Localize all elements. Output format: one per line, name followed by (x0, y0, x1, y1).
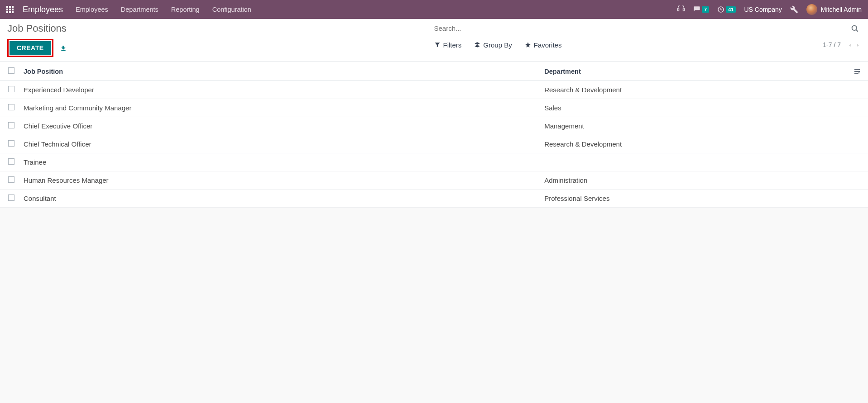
cell-position: Consultant (19, 190, 540, 208)
nav-item-configuration[interactable]: Configuration (212, 6, 251, 13)
activities-icon[interactable]: 41 (717, 6, 736, 13)
row-checkbox[interactable] (8, 176, 14, 183)
filters-button[interactable]: Filters (434, 41, 462, 49)
row-checkbox[interactable] (8, 86, 14, 92)
cell-position: Marketing and Community Manager (19, 99, 540, 117)
table-row[interactable]: ConsultantProfessional Services (0, 190, 868, 208)
avatar (806, 4, 817, 15)
favorites-label: Favorites (534, 41, 562, 49)
cell-department: Research & Development (540, 135, 849, 153)
row-checkbox[interactable] (8, 158, 14, 165)
breadcrumb: Job Positions (7, 23, 434, 34)
messages-badge: 7 (702, 6, 709, 13)
row-checkbox[interactable] (8, 122, 14, 128)
row-checkbox[interactable] (8, 140, 14, 147)
highlight-annotation: CREATE (7, 39, 53, 57)
company-selector[interactable]: US Company (744, 6, 782, 13)
svg-rect-1 (683, 8, 685, 11)
pager-text[interactable]: 1-7 / 7 (823, 41, 841, 48)
search-input[interactable] (434, 23, 849, 34)
nav-item-reporting[interactable]: Reporting (171, 6, 200, 13)
import-button[interactable] (60, 44, 67, 52)
column-header-position[interactable]: Job Position (19, 62, 540, 81)
table-row[interactable]: Marketing and Community ManagerSales (0, 99, 868, 117)
cell-position: Chief Technical Officer (19, 135, 540, 153)
cell-position: Trainee (19, 153, 540, 171)
nav-item-departments[interactable]: Departments (121, 6, 158, 13)
list-view: Job Position Department Experienced Deve… (0, 62, 868, 208)
table-row[interactable]: Chief Technical OfficerResearch & Develo… (0, 135, 868, 153)
cell-position: Human Resources Manager (19, 171, 540, 190)
job-positions-table: Job Position Department Experienced Deve… (0, 62, 868, 208)
cell-department: Research & Development (540, 81, 849, 99)
create-button[interactable]: CREATE (10, 41, 51, 55)
svg-point-3 (852, 25, 857, 30)
row-checkbox[interactable] (8, 194, 14, 201)
cell-position: Experienced Developer (19, 81, 540, 99)
search-icon[interactable] (849, 24, 861, 32)
search-bar (434, 23, 861, 35)
filters-label: Filters (443, 41, 462, 49)
nav-item-employees[interactable]: Employees (76, 6, 108, 13)
favorites-button[interactable]: Favorites (525, 41, 562, 49)
user-menu[interactable]: Mitchell Admin (806, 4, 862, 15)
top-navbar: Employees Employees Departments Reportin… (0, 0, 868, 19)
groupby-button[interactable]: Group By (474, 41, 512, 49)
pager-next-button[interactable] (855, 41, 861, 49)
cell-department: Management (540, 117, 849, 135)
table-row[interactable]: Human Resources ManagerAdministration (0, 171, 868, 190)
cell-department: Professional Services (540, 190, 849, 208)
column-header-department[interactable]: Department (540, 62, 849, 81)
cell-position: Chief Executive Officer (19, 117, 540, 135)
table-row[interactable]: Trainee (0, 153, 868, 171)
select-all-checkbox[interactable] (8, 67, 14, 74)
nav-menu: Employees Departments Reporting Configur… (76, 6, 251, 13)
activities-badge: 41 (726, 6, 736, 13)
apps-icon[interactable] (6, 6, 14, 13)
svg-rect-0 (678, 8, 679, 11)
phone-icon[interactable] (677, 5, 685, 14)
app-title: Employees (23, 5, 63, 14)
row-checkbox[interactable] (8, 104, 14, 110)
debug-icon[interactable] (790, 5, 798, 14)
pager-prev-button[interactable] (847, 41, 853, 49)
table-row[interactable]: Experienced DeveloperResearch & Developm… (0, 81, 868, 99)
cell-department (540, 153, 849, 171)
table-row[interactable]: Chief Executive OfficerManagement (0, 117, 868, 135)
cell-department: Sales (540, 99, 849, 117)
optional-columns-icon[interactable] (854, 67, 861, 75)
cell-department: Administration (540, 171, 849, 190)
user-name: Mitchell Admin (821, 6, 862, 13)
control-panel: Job Positions CREATE (0, 19, 868, 62)
svg-line-4 (856, 29, 858, 31)
messages-icon[interactable]: 7 (693, 6, 709, 13)
groupby-label: Group By (483, 41, 512, 49)
